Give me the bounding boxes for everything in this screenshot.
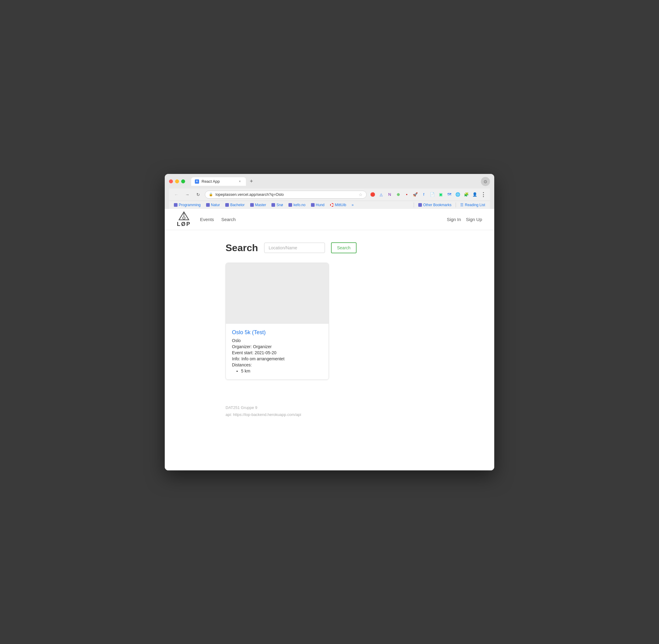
app-nav-auth: Sign In Sign Up — [447, 217, 482, 222]
footer-api: api: https://lop-backend.herokuapp.com/a… — [226, 411, 433, 418]
bookmark-folder-icon — [174, 203, 178, 207]
browser-toolbar: ← → ↻ 🔒 lopeplassen.vercel.app/search?q=… — [169, 188, 490, 201]
extension-globe-icon[interactable]: 🌐 — [454, 191, 462, 198]
bookmark-master[interactable]: Master — [248, 202, 268, 208]
bookmark-label: Master — [255, 203, 266, 207]
tab-close-button[interactable]: × — [237, 179, 242, 184]
extension-green-icon[interactable]: ⊕ — [395, 191, 402, 198]
event-organizer: Organizer: Organizer — [232, 344, 323, 349]
reading-list-icon: ☰ — [460, 203, 464, 207]
extension-red-icon[interactable]: ▪ — [403, 191, 410, 198]
main-content: Search Search Oslo 5k (Test) Oslo Organi… — [165, 230, 494, 392]
bookmark-reading-list[interactable]: ☰ Reading List — [458, 202, 487, 208]
bookmarks-overflow: Other Bookmarks ☰ Reading List — [414, 202, 487, 208]
tab-bar: R React App × + — [191, 177, 478, 186]
event-card: Oslo 5k (Test) Oslo Organizer: Organizer… — [226, 263, 329, 380]
bookmark-label: Bachelor — [230, 203, 244, 207]
bookmark-programming[interactable]: Programming — [172, 202, 203, 208]
bookmark-hund[interactable]: Hund — [309, 202, 327, 208]
url-text: lopeplassen.vercel.app/search?q=Oslo — [215, 192, 356, 197]
minimize-window-button[interactable] — [175, 179, 179, 183]
address-bar[interactable]: 🔒 lopeplassen.vercel.app/search?q=Oslo ☆ — [205, 191, 367, 199]
event-card-image — [226, 263, 329, 324]
svg-point-2 — [183, 217, 185, 219]
forward-button[interactable]: → — [183, 190, 191, 199]
event-start-date: Event start: 2021-05-20 — [232, 350, 323, 355]
event-name[interactable]: Oslo 5k (Test) — [232, 329, 323, 336]
bookmark-folder-icon — [272, 203, 275, 207]
mittuib-icon — [330, 203, 334, 207]
bookmark-mittuib[interactable]: MittUib — [328, 202, 348, 208]
search-input[interactable] — [264, 243, 325, 253]
event-info: Info: Info om arrangementet — [232, 356, 323, 361]
browser-chrome: R React App × + ⊙ ← → ↻ 🔒 lopeplassen.ve… — [165, 174, 494, 209]
onenote-icon[interactable]: N — [386, 191, 393, 198]
bookmark-star-icon[interactable]: ☆ — [359, 192, 362, 197]
extension-rocket-icon[interactable]: 🚀 — [411, 191, 419, 198]
logo-svg-icon — [178, 211, 190, 221]
bookmark-bachelor[interactable]: Bachelor — [223, 202, 246, 208]
bookmark-sno[interactable]: Snø — [269, 202, 285, 208]
search-page-title: Search — [226, 242, 258, 254]
sign-up-link[interactable]: Sign Up — [466, 217, 482, 222]
bookmark-folder-icon — [225, 203, 229, 207]
bookmark-folder-icon — [311, 203, 314, 207]
page-content: LØP Events Search Sign In Sign Up Search… — [165, 209, 494, 470]
bookmark-folder-icon — [418, 203, 422, 207]
bookmark-kefo[interactable]: kefo.no — [287, 202, 307, 208]
bookmark-label: » — [352, 203, 354, 207]
back-button[interactable]: ← — [172, 190, 181, 199]
maximize-window-button[interactable] — [181, 179, 185, 183]
sign-in-link[interactable]: Sign In — [447, 217, 461, 222]
search-button[interactable]: Search — [331, 242, 357, 253]
google-maps-icon[interactable]: 🗺 — [446, 191, 453, 198]
bookmark-label: kefo.no — [293, 203, 305, 207]
lock-icon: 🔒 — [209, 192, 213, 197]
facebook-icon[interactable]: f — [420, 191, 427, 198]
profile-icon[interactable]: 👤 — [471, 191, 478, 198]
bookmark-label: Programming — [179, 203, 201, 207]
bookmark-folder-icon — [250, 203, 254, 207]
toolbar-icons: 🛑 ◬ N ⊕ ▪ 🚀 f 📄 ▣ 🗺 🌐 🧩 👤 ⋮ — [369, 191, 487, 198]
app-logo[interactable]: LØP — [177, 211, 191, 227]
bookmark-other[interactable]: Other Bookmarks — [417, 202, 453, 208]
browser-titlebar: R React App × + ⊙ — [169, 177, 490, 186]
footer-group: DAT251 Gruppe 9 — [226, 404, 433, 411]
nav-link-events[interactable]: Events — [200, 217, 214, 222]
bookmark-overflow[interactable]: » — [350, 202, 356, 208]
bookmark-natur[interactable]: Natur — [204, 202, 221, 208]
tab-favicon-icon: R — [195, 179, 199, 184]
browser-window: R React App × + ⊙ ← → ↻ 🔒 lopeplassen.ve… — [165, 174, 494, 470]
reload-button[interactable]: ↻ — [194, 190, 203, 199]
nav-link-search[interactable]: Search — [221, 217, 236, 222]
puzzle-icon[interactable]: 🧩 — [463, 191, 470, 198]
bookmark-label: Hund — [316, 203, 325, 207]
extension-page-icon[interactable]: 📄 — [429, 191, 436, 198]
bookmark-label: Natur — [211, 203, 220, 207]
bookmarks-bar: Programming Natur Bachelor Master Snø ke… — [169, 201, 490, 209]
bookmark-label: Snø — [276, 203, 283, 207]
event-card-body: Oslo 5k (Test) Oslo Organizer: Organizer… — [226, 324, 329, 380]
extensions-icon[interactable]: 🛑 — [369, 191, 376, 198]
page-footer: DAT251 Gruppe 9 api: https://lop-backend… — [165, 392, 494, 428]
event-location: Oslo — [232, 338, 323, 343]
event-distances-list: 5 km — [232, 369, 323, 373]
tab-title: React App — [202, 179, 220, 184]
search-header: Search Search — [226, 242, 433, 254]
active-tab[interactable]: R React App × — [191, 177, 246, 186]
new-tab-button[interactable]: + — [247, 177, 256, 186]
app-navbar: LØP Events Search Sign In Sign Up — [165, 209, 494, 230]
bookmark-folder-icon — [288, 203, 292, 207]
event-distance-item: 5 km — [241, 369, 323, 373]
event-distances-label: Distances: — [232, 363, 323, 367]
extension-box-icon[interactable]: ▣ — [437, 191, 444, 198]
google-drive-icon[interactable]: ◬ — [378, 191, 385, 198]
more-options-icon[interactable]: ⋮ — [480, 191, 487, 198]
browser-menu-icon[interactable]: ⊙ — [484, 179, 487, 184]
app-nav-links: Events Search — [200, 217, 447, 222]
traffic-lights — [169, 179, 185, 183]
bookmark-label: Other Bookmarks — [423, 203, 451, 207]
logo-text: LØP — [177, 221, 191, 227]
close-window-button[interactable] — [169, 179, 173, 183]
bookmark-folder-icon — [206, 203, 210, 207]
